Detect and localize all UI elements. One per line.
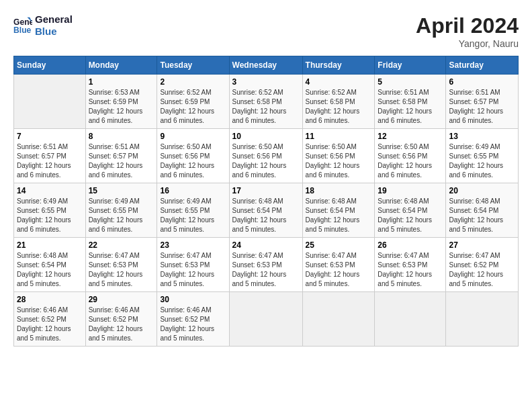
calendar-cell: 2Sunrise: 6:52 AM Sunset: 6:59 PM Daylig… [157,75,229,129]
logo-text-general: General [35,13,73,26]
calendar-cell: 28Sunrise: 6:46 AM Sunset: 6:52 PM Dayli… [14,292,86,347]
calendar-cell: 25Sunrise: 6:47 AM Sunset: 6:53 PM Dayli… [302,238,375,292]
calendar-cell: 1Sunrise: 6:53 AM Sunset: 6:59 PM Daylig… [85,75,157,129]
day-number: 11 [306,132,372,141]
day-number: 23 [160,240,226,250]
column-header-monday: Monday [85,56,157,75]
calendar-cell: 27Sunrise: 6:47 AM Sunset: 6:52 PM Dayli… [446,238,519,292]
day-number: 30 [160,295,226,304]
calendar-cell: 7Sunrise: 6:51 AM Sunset: 6:57 PM Daylig… [14,129,86,183]
day-content: Sunrise: 6:51 AM Sunset: 6:57 PM Dayligh… [17,142,83,180]
day-content: Sunrise: 6:48 AM Sunset: 6:54 PM Dayligh… [449,197,515,234]
day-content: Sunrise: 6:51 AM Sunset: 6:57 PM Dayligh… [89,142,154,180]
day-content: Sunrise: 6:48 AM Sunset: 6:54 PM Dayligh… [306,197,372,234]
day-number: 19 [378,186,443,195]
column-header-wednesday: Wednesday [229,56,302,75]
day-content: Sunrise: 6:52 AM Sunset: 6:58 PM Dayligh… [306,88,372,126]
calendar-cell: 22Sunrise: 6:47 AM Sunset: 6:53 PM Dayli… [85,238,157,292]
week-row-2: 7Sunrise: 6:51 AM Sunset: 6:57 PM Daylig… [14,129,519,183]
calendar-table: SundayMondayTuesdayWednesdayThursdayFrid… [13,56,519,347]
day-content: Sunrise: 6:49 AM Sunset: 6:55 PM Dayligh… [160,197,226,234]
calendar-cell: 17Sunrise: 6:48 AM Sunset: 6:54 PM Dayli… [229,183,302,238]
day-content: Sunrise: 6:50 AM Sunset: 6:56 PM Dayligh… [160,142,226,180]
calendar-cell: 8Sunrise: 6:51 AM Sunset: 6:57 PM Daylig… [85,129,157,183]
calendar-cell: 14Sunrise: 6:49 AM Sunset: 6:55 PM Dayli… [14,183,86,238]
day-number: 21 [17,240,83,250]
calendar-cell: 18Sunrise: 6:48 AM Sunset: 6:54 PM Dayli… [302,183,375,238]
calendar-cell: 12Sunrise: 6:50 AM Sunset: 6:56 PM Dayli… [375,129,446,183]
day-number: 22 [89,240,154,250]
day-content: Sunrise: 6:49 AM Sunset: 6:55 PM Dayligh… [17,197,83,234]
day-number: 1 [89,77,154,87]
day-number: 6 [449,77,515,87]
day-number: 20 [449,186,515,195]
calendar-cell: 23Sunrise: 6:47 AM Sunset: 6:53 PM Dayli… [157,238,229,292]
calendar-cell: 30Sunrise: 6:46 AM Sunset: 6:52 PM Dayli… [157,292,229,347]
calendar-cell: 16Sunrise: 6:49 AM Sunset: 6:55 PM Dayli… [157,183,229,238]
day-content: Sunrise: 6:50 AM Sunset: 6:56 PM Dayligh… [378,142,443,180]
day-number: 9 [160,132,226,141]
location-subtitle: Yangor, Nauru [416,38,519,49]
day-number: 4 [306,77,372,87]
logo: General Blue General Blue [13,13,73,38]
calendar-cell: 29Sunrise: 6:46 AM Sunset: 6:52 PM Dayli… [85,292,157,347]
calendar-cell: 11Sunrise: 6:50 AM Sunset: 6:56 PM Dayli… [302,129,375,183]
day-number: 15 [89,186,154,195]
column-header-thursday: Thursday [302,56,375,75]
calendar-cell: 3Sunrise: 6:52 AM Sunset: 6:58 PM Daylig… [229,75,302,129]
day-number: 13 [449,132,515,141]
calendar-cell: 20Sunrise: 6:48 AM Sunset: 6:54 PM Dayli… [446,183,519,238]
calendar-cell: 26Sunrise: 6:47 AM Sunset: 6:53 PM Dayli… [375,238,446,292]
calendar-cell: 9Sunrise: 6:50 AM Sunset: 6:56 PM Daylig… [157,129,229,183]
calendar-cell [375,292,446,347]
day-number: 2 [160,77,226,87]
day-number: 7 [17,132,83,141]
svg-text:Blue: Blue [13,26,32,35]
week-row-4: 21Sunrise: 6:48 AM Sunset: 6:54 PM Dayli… [14,238,519,292]
day-number: 18 [306,186,372,195]
day-content: Sunrise: 6:53 AM Sunset: 6:59 PM Dayligh… [89,88,154,126]
calendar-cell: 24Sunrise: 6:47 AM Sunset: 6:53 PM Dayli… [229,238,302,292]
day-content: Sunrise: 6:49 AM Sunset: 6:55 PM Dayligh… [89,197,154,234]
day-content: Sunrise: 6:47 AM Sunset: 6:53 PM Dayligh… [378,251,443,289]
day-content: Sunrise: 6:47 AM Sunset: 6:53 PM Dayligh… [89,251,154,289]
day-number: 24 [232,240,300,250]
day-number: 28 [17,295,83,304]
day-content: Sunrise: 6:47 AM Sunset: 6:53 PM Dayligh… [232,251,300,289]
day-content: Sunrise: 6:51 AM Sunset: 6:58 PM Dayligh… [378,88,443,126]
column-header-saturday: Saturday [446,56,519,75]
day-content: Sunrise: 6:52 AM Sunset: 6:58 PM Dayligh… [232,88,300,126]
day-content: Sunrise: 6:46 AM Sunset: 6:52 PM Dayligh… [160,306,226,343]
logo-icon: General Blue [13,16,32,35]
column-header-friday: Friday [375,56,446,75]
day-content: Sunrise: 6:46 AM Sunset: 6:52 PM Dayligh… [89,306,154,343]
day-number: 27 [449,240,515,250]
day-content: Sunrise: 6:47 AM Sunset: 6:53 PM Dayligh… [306,251,372,289]
calendar-cell: 5Sunrise: 6:51 AM Sunset: 6:58 PM Daylig… [375,75,446,129]
calendar-cell: 4Sunrise: 6:52 AM Sunset: 6:58 PM Daylig… [302,75,375,129]
header-row: SundayMondayTuesdayWednesdayThursdayFrid… [14,56,519,75]
day-number: 14 [17,186,83,195]
day-content: Sunrise: 6:48 AM Sunset: 6:54 PM Dayligh… [378,197,443,234]
calendar-cell [14,75,86,129]
day-content: Sunrise: 6:50 AM Sunset: 6:56 PM Dayligh… [232,142,300,180]
day-content: Sunrise: 6:50 AM Sunset: 6:56 PM Dayligh… [306,142,372,180]
column-header-sunday: Sunday [14,56,86,75]
calendar-cell [229,292,302,347]
calendar-cell [302,292,375,347]
day-content: Sunrise: 6:47 AM Sunset: 6:53 PM Dayligh… [160,251,226,289]
day-number: 17 [232,186,300,195]
day-number: 26 [378,240,443,250]
column-header-tuesday: Tuesday [157,56,229,75]
week-row-5: 28Sunrise: 6:46 AM Sunset: 6:52 PM Dayli… [14,292,519,347]
day-number: 29 [89,295,154,304]
calendar-cell: 13Sunrise: 6:49 AM Sunset: 6:55 PM Dayli… [446,129,519,183]
day-content: Sunrise: 6:52 AM Sunset: 6:59 PM Dayligh… [160,88,226,126]
day-content: Sunrise: 6:51 AM Sunset: 6:57 PM Dayligh… [449,88,515,126]
day-content: Sunrise: 6:48 AM Sunset: 6:54 PM Dayligh… [17,251,83,289]
calendar-cell: 21Sunrise: 6:48 AM Sunset: 6:54 PM Dayli… [14,238,86,292]
day-number: 10 [232,132,300,141]
day-number: 3 [232,77,300,87]
day-number: 25 [306,240,372,250]
day-content: Sunrise: 6:47 AM Sunset: 6:52 PM Dayligh… [449,251,515,289]
